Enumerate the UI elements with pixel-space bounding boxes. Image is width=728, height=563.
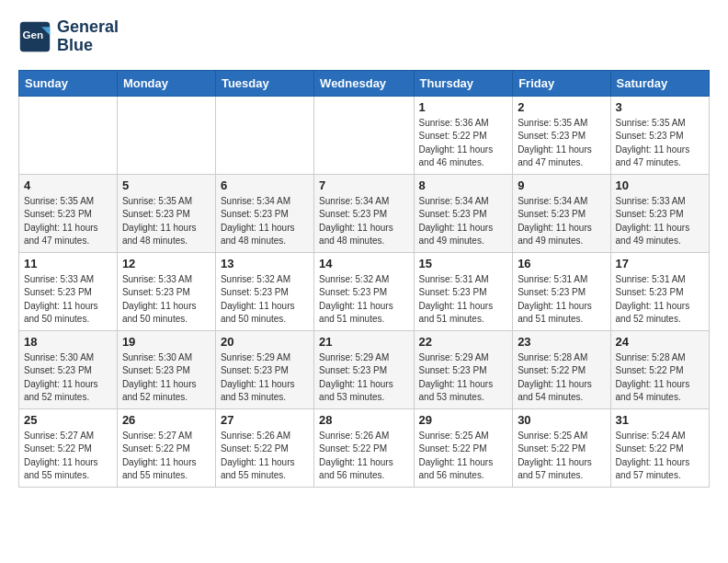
day-info: Sunrise: 5:31 AM Sunset: 5:23 PM Dayligh… — [518, 273, 605, 327]
calendar-cell: 12Sunrise: 5:33 AM Sunset: 5:23 PM Dayli… — [117, 252, 215, 330]
day-number: 4 — [24, 178, 112, 192]
day-info: Sunrise: 5:30 AM Sunset: 5:23 PM Dayligh… — [24, 351, 112, 405]
day-number: 3 — [616, 100, 704, 114]
day-info: Sunrise: 5:27 AM Sunset: 5:22 PM Dayligh… — [24, 430, 112, 483]
day-info: Sunrise: 5:29 AM Sunset: 5:23 PM Dayligh… — [319, 351, 408, 405]
day-number: 14 — [319, 257, 408, 270]
day-number: 30 — [518, 413, 605, 427]
logo-icon: Gen — [18, 20, 51, 53]
day-number: 29 — [419, 413, 508, 427]
weekday-header: Monday — [117, 70, 215, 96]
day-info: Sunrise: 5:32 AM Sunset: 5:23 PM Dayligh… — [221, 273, 309, 327]
day-number: 16 — [518, 257, 605, 270]
calendar-cell: 14Sunrise: 5:32 AM Sunset: 5:23 PM Dayli… — [314, 252, 414, 330]
calendar-table: SundayMondayTuesdayWednesdayThursdayFrid… — [18, 70, 710, 488]
weekday-header: Thursday — [414, 70, 513, 96]
day-info: Sunrise: 5:35 AM Sunset: 5:23 PM Dayligh… — [122, 195, 210, 248]
calendar-cell: 11Sunrise: 5:33 AM Sunset: 5:23 PM Dayli… — [19, 252, 118, 330]
logo: Gen General Blue — [18, 18, 119, 55]
calendar-cell: 1Sunrise: 5:36 AM Sunset: 5:22 PM Daylig… — [414, 96, 513, 174]
svg-text:Gen: Gen — [23, 29, 44, 40]
day-info: Sunrise: 5:35 AM Sunset: 5:23 PM Dayligh… — [616, 117, 704, 170]
day-info: Sunrise: 5:30 AM Sunset: 5:23 PM Dayligh… — [122, 351, 210, 405]
calendar-cell: 7Sunrise: 5:34 AM Sunset: 5:23 PM Daylig… — [314, 174, 414, 252]
calendar-cell: 17Sunrise: 5:31 AM Sunset: 5:23 PM Dayli… — [610, 252, 709, 330]
weekday-header: Sunday — [19, 70, 118, 96]
day-number: 31 — [616, 413, 704, 427]
day-number: 2 — [518, 100, 605, 114]
calendar-cell: 22Sunrise: 5:29 AM Sunset: 5:23 PM Dayli… — [414, 330, 513, 408]
day-info: Sunrise: 5:28 AM Sunset: 5:22 PM Dayligh… — [616, 351, 704, 405]
day-number: 15 — [419, 257, 508, 270]
calendar-week-row: 1Sunrise: 5:36 AM Sunset: 5:22 PM Daylig… — [19, 96, 710, 174]
day-number: 21 — [319, 335, 408, 349]
weekday-header: Tuesday — [215, 70, 313, 96]
calendar-cell: 31Sunrise: 5:24 AM Sunset: 5:22 PM Dayli… — [610, 408, 709, 487]
calendar-cell: 24Sunrise: 5:28 AM Sunset: 5:22 PM Dayli… — [610, 330, 709, 408]
day-number: 7 — [319, 178, 408, 192]
day-number: 27 — [221, 413, 309, 427]
day-info: Sunrise: 5:29 AM Sunset: 5:23 PM Dayligh… — [221, 351, 309, 405]
calendar-cell: 18Sunrise: 5:30 AM Sunset: 5:23 PM Dayli… — [19, 330, 118, 408]
day-number: 5 — [122, 178, 210, 192]
calendar-cell: 29Sunrise: 5:25 AM Sunset: 5:22 PM Dayli… — [414, 408, 513, 487]
page-header: Gen General Blue — [18, 18, 710, 55]
day-number: 9 — [518, 178, 605, 192]
calendar-cell: 6Sunrise: 5:34 AM Sunset: 5:23 PM Daylig… — [215, 174, 313, 252]
calendar-cell: 3Sunrise: 5:35 AM Sunset: 5:23 PM Daylig… — [610, 96, 709, 174]
calendar-cell: 10Sunrise: 5:33 AM Sunset: 5:23 PM Dayli… — [610, 174, 709, 252]
day-number: 12 — [122, 257, 210, 270]
day-info: Sunrise: 5:32 AM Sunset: 5:23 PM Dayligh… — [319, 273, 408, 327]
day-info: Sunrise: 5:25 AM Sunset: 5:22 PM Dayligh… — [419, 430, 508, 483]
day-number: 23 — [518, 335, 605, 349]
day-number: 13 — [221, 257, 309, 270]
day-info: Sunrise: 5:34 AM Sunset: 5:23 PM Dayligh… — [319, 195, 408, 248]
calendar-header-row: SundayMondayTuesdayWednesdayThursdayFrid… — [19, 70, 710, 96]
day-number: 10 — [616, 178, 704, 192]
calendar-cell — [314, 96, 414, 174]
calendar-cell — [19, 96, 118, 174]
day-number: 25 — [24, 413, 112, 427]
weekday-header: Saturday — [610, 70, 709, 96]
day-number: 26 — [122, 413, 210, 427]
day-number: 20 — [221, 335, 309, 349]
day-number: 1 — [419, 100, 508, 114]
day-number: 22 — [419, 335, 508, 349]
calendar-cell: 13Sunrise: 5:32 AM Sunset: 5:23 PM Dayli… — [215, 252, 313, 330]
day-number: 24 — [616, 335, 704, 349]
day-number: 18 — [24, 335, 112, 349]
day-info: Sunrise: 5:34 AM Sunset: 5:23 PM Dayligh… — [518, 195, 605, 248]
day-info: Sunrise: 5:33 AM Sunset: 5:23 PM Dayligh… — [24, 273, 112, 327]
day-info: Sunrise: 5:27 AM Sunset: 5:22 PM Dayligh… — [122, 430, 210, 483]
day-info: Sunrise: 5:31 AM Sunset: 5:23 PM Dayligh… — [419, 273, 508, 327]
calendar-cell: 23Sunrise: 5:28 AM Sunset: 5:22 PM Dayli… — [513, 330, 610, 408]
weekday-header: Wednesday — [314, 70, 414, 96]
calendar-cell — [215, 96, 313, 174]
calendar-week-row: 18Sunrise: 5:30 AM Sunset: 5:23 PM Dayli… — [19, 330, 710, 408]
calendar-cell: 2Sunrise: 5:35 AM Sunset: 5:23 PM Daylig… — [513, 96, 610, 174]
day-info: Sunrise: 5:36 AM Sunset: 5:22 PM Dayligh… — [419, 117, 508, 170]
logo-text: General Blue — [57, 18, 119, 55]
day-info: Sunrise: 5:26 AM Sunset: 5:22 PM Dayligh… — [319, 430, 408, 483]
day-info: Sunrise: 5:35 AM Sunset: 5:23 PM Dayligh… — [518, 117, 605, 170]
weekday-header: Friday — [513, 70, 610, 96]
calendar-cell: 5Sunrise: 5:35 AM Sunset: 5:23 PM Daylig… — [117, 174, 215, 252]
calendar-cell: 16Sunrise: 5:31 AM Sunset: 5:23 PM Dayli… — [513, 252, 610, 330]
calendar-cell: 4Sunrise: 5:35 AM Sunset: 5:23 PM Daylig… — [19, 174, 118, 252]
day-info: Sunrise: 5:25 AM Sunset: 5:22 PM Dayligh… — [518, 430, 605, 483]
day-info: Sunrise: 5:34 AM Sunset: 5:23 PM Dayligh… — [221, 195, 309, 248]
calendar-cell: 30Sunrise: 5:25 AM Sunset: 5:22 PM Dayli… — [513, 408, 610, 487]
day-info: Sunrise: 5:26 AM Sunset: 5:22 PM Dayligh… — [221, 430, 309, 483]
day-info: Sunrise: 5:33 AM Sunset: 5:23 PM Dayligh… — [616, 195, 704, 248]
day-number: 19 — [122, 335, 210, 349]
calendar-cell: 19Sunrise: 5:30 AM Sunset: 5:23 PM Dayli… — [117, 330, 215, 408]
calendar-cell: 28Sunrise: 5:26 AM Sunset: 5:22 PM Dayli… — [314, 408, 414, 487]
calendar-cell: 26Sunrise: 5:27 AM Sunset: 5:22 PM Dayli… — [117, 408, 215, 487]
day-info: Sunrise: 5:34 AM Sunset: 5:23 PM Dayligh… — [419, 195, 508, 248]
day-number: 28 — [319, 413, 408, 427]
calendar-cell — [117, 96, 215, 174]
day-info: Sunrise: 5:28 AM Sunset: 5:22 PM Dayligh… — [518, 351, 605, 405]
day-info: Sunrise: 5:24 AM Sunset: 5:22 PM Dayligh… — [616, 430, 704, 483]
day-number: 17 — [616, 257, 704, 270]
calendar-week-row: 11Sunrise: 5:33 AM Sunset: 5:23 PM Dayli… — [19, 252, 710, 330]
